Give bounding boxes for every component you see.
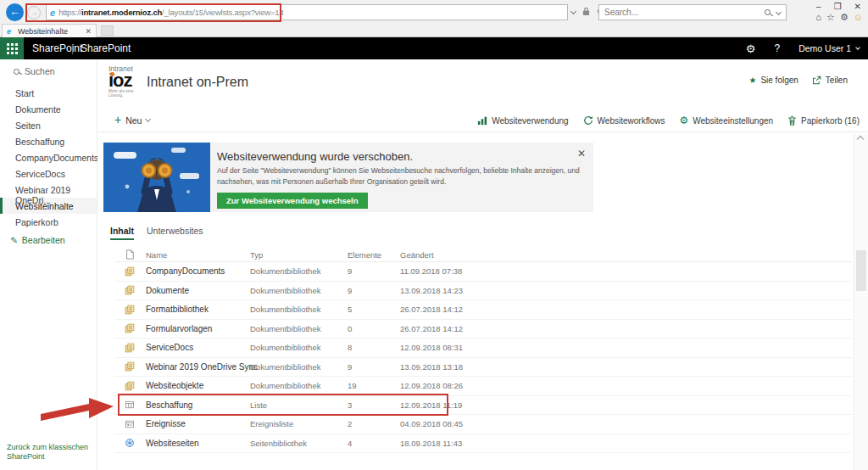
feedback-smiley-icon[interactable]: ☺	[854, 12, 863, 23]
search-placeholder: Search...	[604, 8, 765, 17]
sidebar-item-companydocuments[interactable]: CompanyDocuments	[0, 149, 97, 165]
table-row[interactable]: WebsiteseitenSeitenbibliothek418.09.2018…	[114, 434, 852, 454]
browser-back-button[interactable]: ←	[6, 3, 24, 21]
table-row[interactable]: FormularvorlagenDokumentbibliothek026.07…	[114, 320, 852, 339]
item-count: 8	[348, 343, 400, 352]
table-row[interactable]: FormatbibliothekDokumentbibliothek526.07…	[114, 300, 852, 320]
user-menu[interactable]: Demo User 1	[798, 43, 860, 53]
item-modified: 13.09.2018 14:23	[400, 286, 852, 295]
suitebar-app-title[interactable]: SharePoint	[81, 37, 131, 59]
item-type: Dokumentbibliothek	[250, 343, 348, 352]
settings-gear-icon[interactable]: ⚙	[746, 42, 756, 55]
item-name[interactable]: Formularvorlagen	[146, 324, 250, 333]
sidebar-item-start[interactable]: Start	[0, 85, 97, 101]
waffle-icon	[7, 43, 18, 54]
app-launcher-button[interactable]	[0, 37, 24, 59]
tab-title: Websiteinhalte	[18, 27, 81, 36]
item-count: 19	[348, 381, 400, 390]
favorites-star-icon[interactable]: ☆	[826, 12, 835, 23]
user-name: Demo User 1	[798, 43, 851, 53]
item-count: 9	[348, 266, 400, 276]
column-header-geaendert[interactable]: Geändert	[400, 250, 852, 260]
site-settings-button[interactable]: ⚙ Websiteeinstellungen	[679, 116, 773, 126]
item-name[interactable]: Dokumente	[146, 286, 250, 295]
tab-close-icon[interactable]: ✕	[85, 27, 92, 36]
column-header-name[interactable]: Name	[146, 250, 250, 260]
sidebar-item-beschaffung[interactable]: Beschaffung	[0, 133, 97, 149]
sidebar-edit-link[interactable]: ✎ Bearbeiten	[0, 230, 97, 245]
site-usage-button[interactable]: Websiteverwendung	[477, 115, 568, 126]
column-header-typ[interactable]: Typ	[250, 250, 348, 260]
site-workflows-button[interactable]: Websiteworkflows	[583, 115, 665, 126]
item-name[interactable]: CompanyDocuments	[146, 266, 250, 276]
table-row[interactable]: CompanyDocumentsDokumentbibliothek911.09…	[114, 262, 852, 282]
follow-button[interactable]: ★ Sie folgen	[748, 76, 798, 85]
pencil-icon: ✎	[10, 235, 18, 245]
item-count: 9	[348, 362, 400, 372]
share-button[interactable]: Teilen	[812, 76, 848, 85]
table-row[interactable]: Webinar 2019 OneDrive SyncDokumentbiblio…	[114, 358, 852, 378]
search-magnifier-icon[interactable]	[765, 9, 771, 15]
new-button[interactable]: + Neu	[114, 109, 150, 132]
user-menu-caret-icon	[855, 45, 860, 50]
sidebar-item-seiten[interactable]: Seiten	[0, 117, 97, 133]
library-icon	[114, 381, 146, 391]
banner-title: Websiteverwendung wurde verschoben.	[217, 150, 592, 163]
sidebar-nav: StartDokumenteSeitenBeschaffungCompanyDo…	[0, 85, 97, 230]
item-name[interactable]: Ereignisse	[146, 419, 250, 428]
go-to-site-usage-button[interactable]: Zur Websiteverwendung wechseln	[217, 193, 368, 209]
browser-settings-icon[interactable]: ⚙	[840, 12, 849, 23]
item-count: 9	[348, 286, 400, 295]
scroll-up-icon[interactable]	[857, 136, 864, 143]
item-modified: 04.09.2018 08:45	[400, 419, 852, 428]
binoculars-illustration	[103, 143, 210, 212]
window-minimize-button[interactable]: –	[816, 2, 821, 11]
site-settings-label: Websiteeinstellungen	[693, 116, 773, 126]
home-icon[interactable]: ⌂	[815, 12, 821, 23]
table-row[interactable]: EreignisseEreignisliste204.09.2018 08:45	[114, 415, 852, 434]
site-logo[interactable]: ioz Mehr als eine Lösung.	[108, 72, 144, 98]
item-name[interactable]: Webinar 2019 OneDrive Sync	[146, 362, 250, 372]
sidebar-item-dokumente[interactable]: Dokumente	[0, 101, 97, 117]
new-caret-icon	[145, 116, 151, 122]
help-icon[interactable]: ?	[774, 42, 780, 54]
tab-inhalt[interactable]: Inhalt	[110, 226, 134, 240]
tab-unterwebsites[interactable]: Unterwebsites	[147, 226, 203, 240]
page-scrollbar[interactable]	[854, 134, 868, 470]
sidebar-item-papierkorb[interactable]: Papierkorb	[0, 214, 97, 230]
item-name[interactable]: Websiteobjekte	[146, 381, 250, 390]
site-settings-gear-icon: ⚙	[679, 116, 688, 125]
library-icon	[114, 305, 146, 315]
classic-sharepoint-link[interactable]: Zurück zum klassischen SharePoint	[7, 443, 92, 462]
sidebar-item-webinar-2019-onedri-[interactable]: Webinar 2019 OneDri...	[0, 182, 97, 198]
logo-text: ioz	[108, 72, 144, 89]
library-icon	[114, 266, 146, 277]
sidebar-search[interactable]: Suchen	[0, 59, 97, 85]
banner-body: Auf der Seite "Websiteverwendung" können…	[217, 165, 592, 187]
suitebar-brand[interactable]: SharePoint	[32, 37, 82, 59]
item-name[interactable]: Websiteseiten	[146, 439, 250, 448]
page-title: Intranet on-Prem	[147, 75, 248, 90]
annotation-box-url	[25, 3, 281, 22]
item-name[interactable]: ServiceDocs	[146, 343, 250, 352]
browser-tab[interactable]: e Websiteinhalte ✕	[2, 24, 97, 37]
table-row[interactable]: DokumenteDokumentbibliothek913.09.2018 1…	[114, 282, 852, 301]
sidebar-item-servicedocs[interactable]: ServiceDocs	[0, 165, 97, 182]
address-dropdown-icon[interactable]	[570, 8, 576, 14]
table-row[interactable]: ServiceDocsDokumentbibliothek812.09.2018…	[114, 339, 852, 358]
content-table: Name Typ Elemente Geändert CompanyDocume…	[114, 248, 852, 453]
scrollbar-thumb[interactable]	[856, 250, 866, 291]
table-header: Name Typ Elemente Geändert	[114, 248, 852, 262]
item-name[interactable]: Formatbibliothek	[146, 305, 250, 314]
item-type: Dokumentbibliothek	[250, 381, 348, 390]
suite-bar: SharePoint | SharePoint ⚙ ? Demo User 1	[0, 37, 868, 59]
window-maximize-button[interactable]: ❐	[834, 2, 842, 11]
item-modified: 11.09.2018 07:38	[400, 266, 852, 276]
search-dropdown-icon[interactable]	[776, 9, 782, 15]
browser-search-box[interactable]: Search...	[598, 4, 787, 20]
recycle-bin-button[interactable]: Papierkorb (16)	[787, 115, 860, 126]
window-close-button[interactable]: ✕	[854, 2, 861, 11]
new-tab-button[interactable]	[101, 25, 114, 36]
follow-star-icon: ★	[748, 76, 756, 85]
column-header-elemente[interactable]: Elemente	[348, 250, 400, 260]
